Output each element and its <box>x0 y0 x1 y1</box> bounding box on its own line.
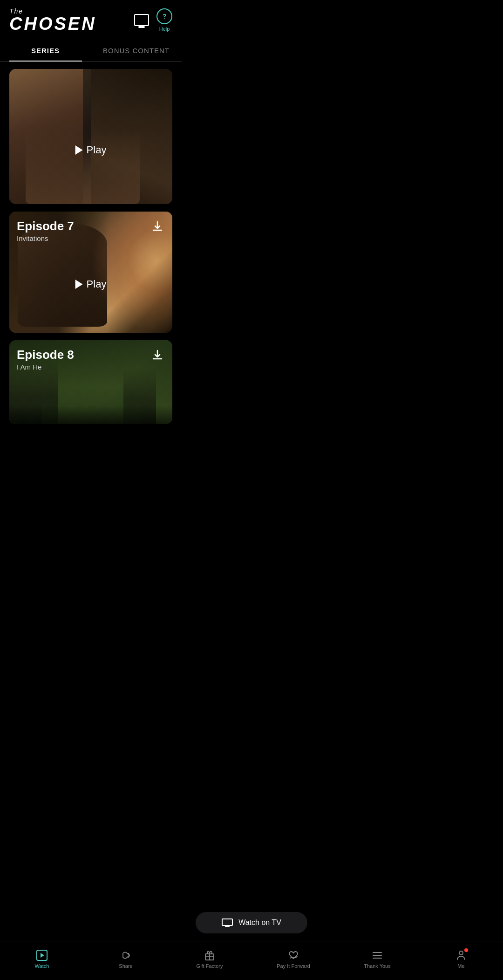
download-ep8-button[interactable] <box>149 347 166 363</box>
content-tabs: SERIES BONUS CONTENT <box>0 40 182 62</box>
tab-series[interactable]: SERIES <box>0 40 91 61</box>
play-label-ep6: Play <box>87 144 107 156</box>
help-button[interactable]: ? Help <box>156 8 172 32</box>
scroll-fade <box>9 405 172 424</box>
logo-chosen-text: CHOSEN <box>9 15 96 33</box>
episode-card-6[interactable]: Play <box>9 69 172 204</box>
episode-card-7[interactable]: Episode 7 Invitations Play <box>9 212 172 333</box>
tab-bonus-content[interactable]: BONUS CONTENT <box>91 40 182 61</box>
ep7-number: Episode 7 <box>17 219 74 233</box>
play-button-ep7[interactable]: Play <box>75 278 107 290</box>
episodes-list: Play Episode 7 Invitations <box>0 62 182 471</box>
header-actions: ? Help <box>134 8 172 32</box>
ep8-title: I Am He <box>17 363 74 371</box>
help-icon: ? <box>156 8 172 24</box>
episode-7-info: Episode 7 Invitations <box>17 219 74 242</box>
download-ep7-button[interactable] <box>149 218 166 235</box>
help-label: Help <box>159 26 170 32</box>
episode-card-8[interactable]: Episode 8 I Am He <box>9 340 172 424</box>
play-triangle-icon <box>75 145 83 155</box>
episode-8-info: Episode 8 I Am He <box>17 348 74 371</box>
app-header: The CHOSEN ? Help <box>0 0 182 36</box>
ep8-number: Episode 8 <box>17 348 74 362</box>
cast-tv-button[interactable] <box>134 14 149 26</box>
download-icon-8 <box>151 349 164 362</box>
download-icon <box>151 220 164 233</box>
play-label-ep7: Play <box>87 278 107 290</box>
play-triangle-icon-7 <box>75 280 83 289</box>
app-logo: The CHOSEN <box>9 7 96 33</box>
ep7-title: Invitations <box>17 234 74 242</box>
play-button-ep6[interactable]: Play <box>75 144 107 156</box>
